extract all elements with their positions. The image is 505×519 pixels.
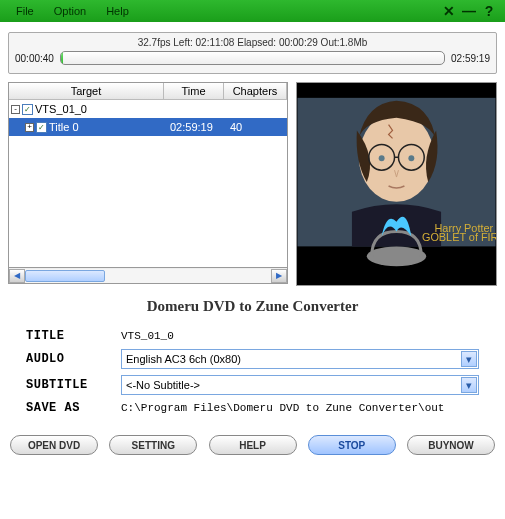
title-list[interactable]: Target Time Chapters - ✓ VTS_01_0 + bbox=[8, 82, 288, 268]
progress-fill bbox=[61, 52, 63, 64]
svg-point-7 bbox=[408, 155, 414, 161]
collapse-icon[interactable]: - bbox=[11, 105, 20, 114]
chevron-down-icon[interactable]: ▾ bbox=[461, 377, 477, 393]
help-button[interactable]: HELP bbox=[209, 435, 297, 455]
item-name: VTS_01_0 bbox=[35, 103, 87, 115]
progress-end-time: 02:59:19 bbox=[451, 53, 490, 64]
open-dvd-button[interactable]: OPEN DVD bbox=[10, 435, 98, 455]
list-header: Target Time Chapters bbox=[9, 83, 287, 100]
col-target[interactable]: Target bbox=[9, 83, 164, 99]
item-chapters: 40 bbox=[226, 121, 287, 133]
subtitle-value: <-No Subtitle-> bbox=[126, 379, 200, 391]
app-title: Domeru DVD to Zune Converter bbox=[8, 298, 497, 315]
audio-label: AUDLO bbox=[26, 352, 121, 366]
expand-icon[interactable]: + bbox=[25, 123, 34, 132]
scroll-right-icon[interactable]: ▶ bbox=[271, 269, 287, 283]
button-bar: OPEN DVD SETTING HELP STOP BUYNOW bbox=[0, 425, 505, 463]
svg-point-6 bbox=[379, 155, 385, 161]
scroll-left-icon[interactable]: ◀ bbox=[9, 269, 25, 283]
chevron-down-icon[interactable]: ▾ bbox=[461, 351, 477, 367]
stop-button[interactable]: STOP bbox=[308, 435, 396, 455]
item-time: 02:59:19 bbox=[166, 121, 226, 133]
item-name: Title 0 bbox=[49, 121, 79, 133]
preview-image: Harry Potter GOBLET of FIRE bbox=[297, 83, 496, 285]
audio-select[interactable]: English AC3 6ch (0x80) ▾ bbox=[121, 349, 479, 369]
title-value: VTS_01_0 bbox=[121, 330, 479, 342]
h-scrollbar[interactable]: ◀ ▶ bbox=[8, 268, 288, 284]
progress-bar[interactable] bbox=[60, 51, 445, 65]
scroll-track[interactable] bbox=[25, 269, 271, 283]
progress-panel: 32.7fps Left: 02:11:08 Elapsed: 00:00:29… bbox=[8, 32, 497, 74]
saveas-label: SAVE AS bbox=[26, 401, 121, 415]
scroll-thumb[interactable] bbox=[25, 270, 105, 282]
help-icon[interactable]: ? bbox=[481, 3, 497, 19]
svg-text:GOBLET of FIRE: GOBLET of FIRE bbox=[422, 231, 496, 243]
titlebar: File Option Help ✕ — ? bbox=[0, 0, 505, 22]
subtitle-label: SUBTITLE bbox=[26, 378, 121, 392]
menu-option[interactable]: Option bbox=[44, 5, 96, 17]
audio-value: English AC3 6ch (0x80) bbox=[126, 353, 241, 365]
menu-help[interactable]: Help bbox=[96, 5, 139, 17]
buynow-button[interactable]: BUYNOW bbox=[407, 435, 495, 455]
col-time[interactable]: Time bbox=[164, 83, 224, 99]
title-label: TITLE bbox=[26, 329, 121, 343]
subtitle-select[interactable]: <-No Subtitle-> ▾ bbox=[121, 375, 479, 395]
col-chapters[interactable]: Chapters bbox=[224, 83, 287, 99]
progress-info: 32.7fps Left: 02:11:08 Elapsed: 00:00:29… bbox=[15, 37, 490, 48]
svg-point-8 bbox=[367, 246, 426, 266]
saveas-value: C:\Program Files\Domeru DVD to Zune Conv… bbox=[121, 402, 479, 414]
checkbox[interactable]: ✓ bbox=[22, 104, 33, 115]
setting-button[interactable]: SETTING bbox=[109, 435, 197, 455]
video-preview: Harry Potter GOBLET of FIRE bbox=[296, 82, 497, 286]
list-item[interactable]: - ✓ VTS_01_0 bbox=[9, 100, 287, 118]
close-icon[interactable]: ✕ bbox=[441, 3, 457, 19]
progress-start-time: 00:00:40 bbox=[15, 53, 54, 64]
menu-file[interactable]: File bbox=[6, 5, 44, 17]
settings-form: TITLE VTS_01_0 AUDLO English AC3 6ch (0x… bbox=[8, 329, 497, 415]
minimize-icon[interactable]: — bbox=[461, 3, 477, 19]
list-item[interactable]: + ✓ Title 0 02:59:19 40 bbox=[9, 118, 287, 136]
checkbox[interactable]: ✓ bbox=[36, 122, 47, 133]
